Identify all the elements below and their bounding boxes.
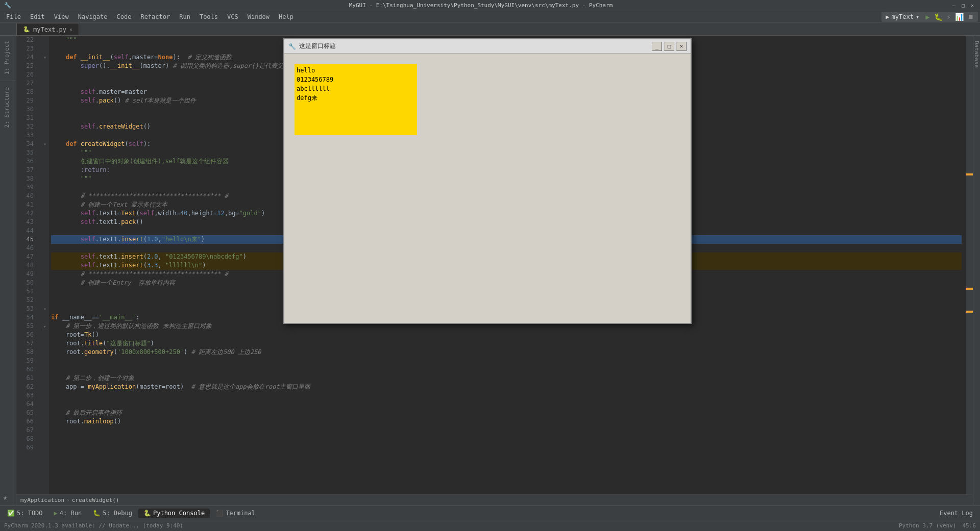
menu-window[interactable]: Window bbox=[243, 12, 274, 21]
menu-vcs[interactable]: VCS bbox=[223, 12, 242, 21]
line-num-46: 46 bbox=[16, 244, 37, 252]
line-num-67: 67 bbox=[16, 426, 37, 435]
line-num-69: 69 bbox=[16, 443, 37, 452]
menu-view[interactable]: View bbox=[50, 12, 73, 21]
run-config-name: myText bbox=[892, 13, 914, 20]
code-line-68 bbox=[51, 435, 962, 443]
fold-gutter: ▾ ▾ bbox=[41, 36, 49, 494]
run-config-arrow: ▾ bbox=[916, 13, 919, 20]
breadcrumb-item-myapplication[interactable]: myApplication bbox=[20, 497, 64, 503]
close-button[interactable]: ✕ bbox=[969, 2, 976, 9]
left-side-panels: 1: Project 2: Structure ★ bbox=[0, 36, 16, 505]
menu-navigate[interactable]: Navigate bbox=[74, 12, 112, 21]
line-num-52: 52 bbox=[16, 296, 37, 305]
line-num-56: 56 bbox=[16, 331, 37, 339]
line-num-30: 30 bbox=[16, 105, 37, 114]
tab-python-console[interactable]: 🐍 Python Console bbox=[138, 509, 210, 518]
line-num-68: 68 bbox=[16, 435, 37, 443]
menu-file[interactable]: File bbox=[2, 12, 25, 21]
line-num-23: 23 bbox=[16, 44, 37, 53]
bottom-toolbar: ✅ 5: TODO ▶ 4: Run 🐛 5: Debug 🐍 Python C… bbox=[0, 505, 980, 520]
line-num-41: 41 bbox=[16, 200, 37, 209]
title-bar: 🔧 MyGUI - E:\Tsinghua_University\Python_… bbox=[0, 0, 980, 11]
code-line-58: root. geometry ( '1000x800+500+250' ) # … bbox=[51, 348, 962, 357]
tkinter-title-text: 🔧 这是窗口标题 bbox=[288, 42, 336, 50]
run-button[interactable]: ▶ bbox=[925, 13, 929, 21]
minimize-button[interactable]: — bbox=[950, 2, 958, 9]
status-right: Python 3.7 (venv) 45:6 bbox=[899, 522, 976, 529]
line-num-61: 61 bbox=[16, 374, 37, 383]
line-num-65: 65 bbox=[16, 409, 37, 417]
tkinter-window[interactable]: 🔧 这是窗口标题 _ □ ✕ hello0123456789abclllllld… bbox=[283, 38, 692, 324]
scroll-indicator-2 bbox=[966, 288, 973, 290]
line-num-26: 26 bbox=[16, 70, 37, 79]
tab-run-icon: ▶ bbox=[54, 510, 58, 517]
tkinter-title-label: 这是窗口标题 bbox=[299, 42, 336, 50]
breadcrumb-item-createwidget[interactable]: createWidget() bbox=[72, 497, 119, 503]
tab-terminal-icon: ⬛ bbox=[216, 510, 224, 517]
line-num-48: 48 bbox=[16, 261, 37, 270]
panel-tab-structure[interactable]: 2: Structure bbox=[0, 82, 16, 133]
tab-run-label: 4: Run bbox=[60, 510, 82, 517]
tab-terminal-label: Terminal bbox=[226, 510, 255, 517]
code-line-60 bbox=[51, 365, 962, 374]
line-num-29: 29 bbox=[16, 96, 37, 105]
debug-button[interactable]: 🐛 bbox=[934, 13, 943, 21]
line-num-43: 43 bbox=[16, 218, 37, 226]
code-line-66: root. mainloop() bbox=[51, 417, 962, 426]
line-num-22: 22 bbox=[16, 36, 37, 44]
tab-terminal[interactable]: ⬛ Terminal bbox=[211, 509, 260, 518]
line-num-51: 51 bbox=[16, 287, 37, 296]
line-num-49: 49 bbox=[16, 270, 37, 279]
line-num-62: 62 bbox=[16, 383, 37, 391]
menu-tools[interactable]: Tools bbox=[195, 12, 222, 21]
stop-button[interactable]: ⏹ bbox=[968, 13, 974, 20]
menu-refactor[interactable]: Refactor bbox=[136, 12, 174, 21]
editor-tab-mytext[interactable]: 🐍 myText.py ✕ bbox=[16, 23, 79, 35]
scroll-indicator-3 bbox=[966, 311, 973, 313]
tkinter-maximize[interactable]: □ bbox=[664, 42, 674, 51]
code-line-63 bbox=[51, 391, 962, 400]
tkinter-close[interactable]: ✕ bbox=[676, 42, 687, 51]
tab-close-button[interactable]: ✕ bbox=[69, 27, 72, 32]
editor-scrollbar[interactable] bbox=[966, 36, 973, 494]
line-num-36: 36 bbox=[16, 157, 37, 166]
line-num-39: 39 bbox=[16, 183, 37, 192]
scroll-indicator bbox=[966, 173, 973, 175]
code-line-61: # 第二步，创建一个对象 bbox=[51, 374, 962, 383]
profile-button[interactable]: 📊 bbox=[955, 13, 964, 21]
run-with-coverage[interactable]: ⚡ bbox=[947, 13, 951, 21]
main-area: 1: Project 2: Structure ★ 22 23 24 25 26… bbox=[0, 36, 980, 505]
tkinter-minimize[interactable]: _ bbox=[652, 42, 662, 51]
line-numbers: 22 23 24 25 26 27 28 29 30 31 32 33 34 3… bbox=[16, 36, 41, 494]
status-update: PyCharm 2020.1.3 available: // Update...… bbox=[4, 522, 183, 529]
line-num-64: 64 bbox=[16, 400, 37, 409]
text-widget[interactable]: hello0123456789abclllllldefg来 bbox=[295, 64, 417, 135]
menu-help[interactable]: Help bbox=[275, 12, 298, 21]
tab-run[interactable]: ▶ 4: Run bbox=[49, 509, 87, 518]
tab-debug[interactable]: 🐛 5: Debug bbox=[88, 509, 137, 518]
line-num-34: 34 bbox=[16, 140, 37, 148]
line-num-25: 25 bbox=[16, 62, 37, 70]
tab-todo[interactable]: ✅ 5: TODO bbox=[2, 509, 48, 518]
line-num-53: 53 bbox=[16, 305, 37, 313]
code-line-64 bbox=[51, 400, 962, 409]
menu-code[interactable]: Code bbox=[113, 12, 136, 21]
status-bar: PyCharm 2020.1.3 available: // Update...… bbox=[0, 520, 980, 531]
maximize-button[interactable]: □ bbox=[960, 2, 967, 9]
status-position: 45:6 bbox=[963, 522, 976, 529]
line-num-66: 66 bbox=[16, 417, 37, 426]
app-window: 🔧 MyGUI - E:\Tsinghua_University\Python_… bbox=[0, 0, 980, 531]
favorites-button[interactable]: ★ bbox=[0, 489, 16, 505]
menu-run[interactable]: Run bbox=[175, 12, 194, 21]
title-text: MyGUI - E:\Tsinghua_University\Python_St… bbox=[11, 2, 950, 9]
line-num-35: 35 bbox=[16, 148, 37, 157]
panel-tab-project[interactable]: 1: Project bbox=[0, 36, 16, 80]
line-num-45: 45 bbox=[16, 235, 37, 244]
tab-event-log[interactable]: Event Log bbox=[935, 509, 978, 518]
status-interpreter: Python 3.7 (venv) bbox=[899, 522, 957, 529]
menu-edit[interactable]: Edit bbox=[26, 12, 49, 21]
line-num-63: 63 bbox=[16, 391, 37, 400]
line-num-31: 31 bbox=[16, 114, 37, 122]
run-config-selector[interactable]: ▶ myText ▾ ▶ 🐛 ⚡ 📊 ⏹ bbox=[881, 12, 978, 22]
